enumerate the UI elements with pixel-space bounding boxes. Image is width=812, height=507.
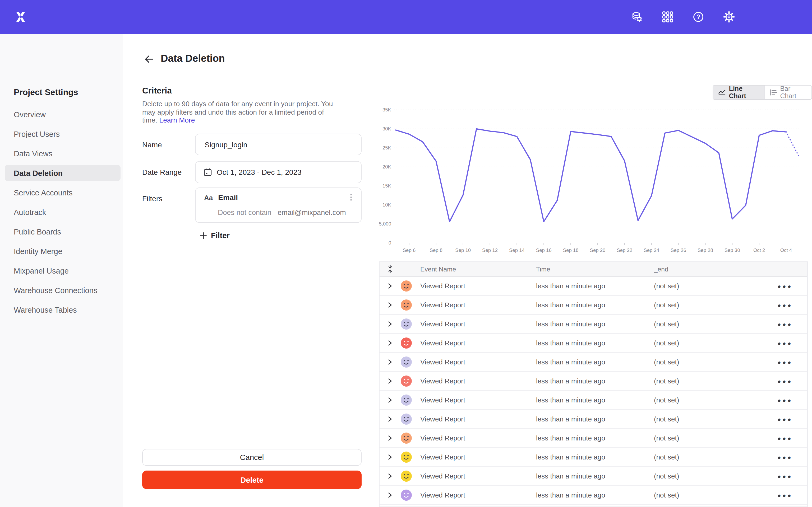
table-row[interactable]: Viewed Report less than a minute ago (no… bbox=[379, 334, 807, 353]
svg-text:15K: 15K bbox=[383, 183, 392, 188]
table-row[interactable]: Viewed Report less than a minute ago (no… bbox=[379, 277, 807, 296]
svg-text:?: ? bbox=[697, 13, 700, 20]
end-cell: (not set) bbox=[654, 301, 762, 309]
table-row[interactable]: Viewed Report less than a minute ago (no… bbox=[379, 448, 807, 467]
row-actions-menu-icon[interactable]: ● ● ● bbox=[777, 321, 792, 327]
time-cell: less than a minute ago bbox=[536, 472, 654, 480]
sidebar-item-warehouse-connections[interactable]: Warehouse Connections bbox=[0, 280, 123, 300]
expand-chevron-icon[interactable] bbox=[388, 397, 392, 403]
table-row[interactable]: Viewed Report less than a minute ago (no… bbox=[379, 296, 807, 315]
back-arrow-icon[interactable] bbox=[144, 54, 154, 64]
table-row[interactable]: Viewed Report less than a minute ago (no… bbox=[379, 486, 807, 505]
row-actions-menu-icon[interactable]: ● ● ● bbox=[777, 416, 792, 422]
help-icon[interactable]: ? bbox=[693, 11, 704, 23]
table-row[interactable]: Viewed Report less than a minute ago (no… bbox=[379, 467, 807, 486]
time-cell: less than a minute ago bbox=[536, 434, 654, 442]
filter-operator[interactable]: Does not contain bbox=[218, 209, 271, 217]
row-actions-menu-icon[interactable]: ● ● ● bbox=[777, 492, 792, 498]
expand-chevron-icon[interactable] bbox=[388, 473, 392, 479]
delete-button[interactable]: Delete bbox=[142, 470, 362, 489]
bar-chart-icon bbox=[770, 89, 777, 96]
sidebar-item-data-views[interactable]: Data Views bbox=[0, 144, 123, 163]
row-actions-menu-icon[interactable]: ● ● ● bbox=[777, 435, 792, 441]
column-header-end[interactable]: _end bbox=[654, 265, 762, 273]
user-avatar bbox=[401, 413, 412, 425]
expand-chevron-icon[interactable] bbox=[388, 321, 392, 327]
row-actions-menu-icon[interactable]: ● ● ● bbox=[777, 454, 792, 460]
table-row[interactable]: Viewed Report less than a minute ago (no… bbox=[379, 410, 807, 429]
row-actions-menu-icon[interactable]: ● ● ● bbox=[777, 340, 792, 346]
end-cell: (not set) bbox=[654, 472, 762, 480]
sidebar-item-project-users[interactable]: Project Users bbox=[0, 124, 123, 144]
expand-chevron-icon[interactable] bbox=[388, 454, 392, 460]
expand-chevron-icon[interactable] bbox=[388, 435, 392, 441]
expand-chevron-icon[interactable] bbox=[388, 302, 392, 308]
svg-text:35K: 35K bbox=[383, 107, 392, 112]
row-actions-menu-icon[interactable]: ● ● ● bbox=[777, 359, 792, 365]
line-chart-icon bbox=[718, 89, 726, 96]
sidebar-item-label: Service Accounts bbox=[14, 188, 72, 197]
cancel-button[interactable]: Cancel bbox=[142, 449, 362, 466]
row-actions-menu-icon[interactable]: ● ● ● bbox=[777, 302, 792, 308]
row-actions-menu-icon[interactable]: ● ● ● bbox=[777, 378, 792, 384]
row-actions-menu-icon[interactable]: ● ● ● bbox=[777, 473, 792, 479]
filter-property: Email bbox=[218, 193, 238, 202]
sidebar-item-mixpanel-usage[interactable]: Mixpanel Usage bbox=[0, 261, 123, 280]
svg-text:Sep 8: Sep 8 bbox=[430, 247, 443, 253]
sort-vertical-icon[interactable] bbox=[387, 265, 393, 274]
user-avatar bbox=[401, 452, 412, 463]
svg-text:20K: 20K bbox=[383, 164, 392, 170]
date-range-input[interactable]: Oct 1, 2023 - Dec 1, 2023 bbox=[195, 161, 362, 183]
events-line-chart: 05,00010K15K20K25K30K35KSep 6Sep 8Sep 10… bbox=[370, 104, 808, 253]
sidebar-item-label: Mixpanel Usage bbox=[14, 267, 69, 275]
table-row[interactable]: Viewed Report less than a minute ago (no… bbox=[379, 372, 807, 391]
sidebar-item-overview[interactable]: Overview bbox=[0, 105, 123, 124]
learn-more-link[interactable]: Learn More bbox=[159, 116, 195, 124]
line-chart-toggle[interactable]: Line Chart bbox=[713, 86, 764, 99]
end-cell: (not set) bbox=[654, 282, 762, 290]
svg-text:0: 0 bbox=[389, 240, 391, 245]
column-header-event-name[interactable]: Event Name bbox=[420, 265, 536, 273]
filter-value[interactable]: email@mixpanel.com bbox=[277, 209, 346, 217]
filter-condition-row[interactable]: Does not contain email@mixpanel.com bbox=[218, 209, 346, 217]
apps-grid-icon[interactable] bbox=[662, 11, 673, 23]
settings-gear-icon[interactable] bbox=[723, 11, 735, 23]
sidebar-item-label: Overview bbox=[14, 110, 46, 119]
end-cell: (not set) bbox=[654, 453, 762, 461]
sidebar-item-data-deletion[interactable]: Data Deletion bbox=[0, 163, 123, 183]
end-cell: (not set) bbox=[654, 377, 762, 385]
time-cell: less than a minute ago bbox=[536, 301, 654, 309]
user-avatar bbox=[401, 470, 412, 482]
data-sources-icon[interactable] bbox=[631, 11, 643, 23]
row-actions-menu-icon[interactable]: ● ● ● bbox=[777, 283, 792, 289]
column-header-time[interactable]: Time bbox=[536, 265, 654, 273]
expand-chevron-icon[interactable] bbox=[388, 378, 392, 384]
sidebar-item-label: Autotrack bbox=[14, 208, 46, 216]
end-cell: (not set) bbox=[654, 491, 762, 499]
table-row[interactable]: Viewed Report less than a minute ago (no… bbox=[379, 391, 807, 410]
table-row[interactable]: Viewed Report less than a minute ago (no… bbox=[379, 429, 807, 448]
add-filter-button[interactable]: Filter bbox=[200, 231, 230, 240]
name-input[interactable]: Signup_login bbox=[195, 133, 362, 155]
expand-chevron-icon[interactable] bbox=[388, 283, 392, 289]
bar-chart-toggle[interactable]: Bar Chart bbox=[764, 86, 811, 99]
sidebar-item-autotrack[interactable]: Autotrack bbox=[0, 202, 123, 222]
table-row[interactable]: Viewed Report less than a minute ago (no… bbox=[379, 315, 807, 334]
calendar-icon bbox=[204, 168, 212, 176]
filter-card[interactable]: Aa Email Does not contain email@mixpanel… bbox=[195, 187, 362, 223]
table-row[interactable]: Viewed Report less than a minute ago (no… bbox=[379, 505, 807, 507]
mixpanel-logo[interactable] bbox=[15, 11, 27, 23]
sidebar-item-identity-merge[interactable]: Identity Merge bbox=[0, 241, 123, 261]
sidebar-item-warehouse-tables[interactable]: Warehouse Tables bbox=[0, 300, 123, 320]
user-avatar bbox=[401, 299, 412, 311]
filter-kebab-menu-icon[interactable] bbox=[350, 194, 352, 201]
sidebar-item-service-accounts[interactable]: Service Accounts bbox=[0, 183, 123, 202]
expand-chevron-icon[interactable] bbox=[388, 359, 392, 365]
table-row[interactable]: Viewed Report less than a minute ago (no… bbox=[379, 353, 807, 372]
expand-chevron-icon[interactable] bbox=[388, 492, 392, 498]
expand-chevron-icon[interactable] bbox=[388, 340, 392, 346]
row-actions-menu-icon[interactable]: ● ● ● bbox=[777, 397, 792, 403]
expand-chevron-icon[interactable] bbox=[388, 416, 392, 422]
sidebar-item-public-boards[interactable]: Public Boards bbox=[0, 222, 123, 241]
svg-text:Oct 2: Oct 2 bbox=[753, 247, 765, 253]
